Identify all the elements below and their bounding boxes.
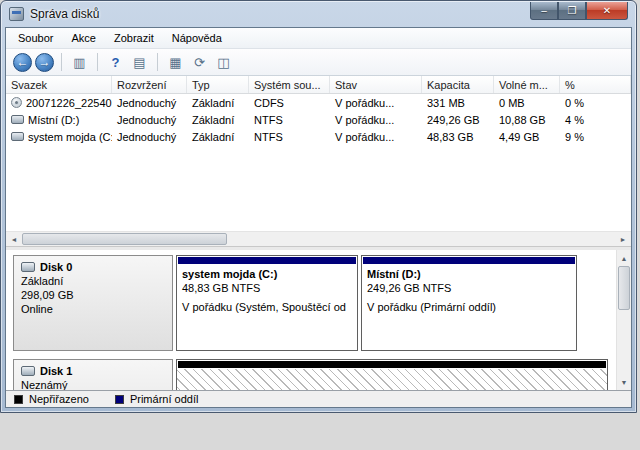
- disk-size: 298,09 GB: [21, 288, 165, 302]
- volume-name: 20071226_225407 (...: [26, 97, 112, 109]
- toolbar-separator: [157, 53, 158, 71]
- volume-free: 0 MB: [494, 97, 560, 109]
- volume-status: V pořádku...: [330, 97, 422, 109]
- volume-list: Svazek Rozvržení Typ Systém sou... Stav …: [6, 76, 631, 246]
- unallocated-strip: [178, 361, 606, 368]
- volume-status: V pořádku...: [330, 131, 422, 143]
- volume-list-header: Svazek Rozvržení Typ Systém sou... Stav …: [6, 76, 631, 94]
- menu-akce[interactable]: Akce: [62, 29, 104, 47]
- column-header-procento[interactable]: %: [560, 76, 631, 93]
- unallocated-region[interactable]: [176, 359, 608, 390]
- scroll-track[interactable]: [227, 232, 615, 246]
- disk-icon: [21, 262, 35, 272]
- scroll-down-icon[interactable]: ▼: [617, 374, 631, 390]
- cd-drive-icon: [21, 366, 35, 376]
- column-header-svazek[interactable]: Svazek: [6, 76, 112, 93]
- table-row[interactable]: 20071226_225407 (... Jednoduchý Základní…: [6, 94, 631, 111]
- disk-0-info[interactable]: Disk 0 Základní 298,09 GB Online: [13, 255, 173, 351]
- column-header-volne-misto[interactable]: Volné m...: [494, 76, 560, 93]
- horizontal-scrollbar[interactable]: ◄ ►: [6, 231, 631, 246]
- scroll-left-icon[interactable]: ◄: [6, 232, 22, 246]
- unallocated-legend-label: Nepřiřazeno: [29, 393, 89, 405]
- volume-name: Místní (D:): [28, 114, 79, 126]
- vertical-scrollbar[interactable]: ▲ ▼: [616, 250, 631, 390]
- cd-volume-icon: [11, 97, 22, 108]
- volume-free: 4,49 GB: [494, 131, 560, 143]
- horizontal-scroll-thumb[interactable]: [22, 233, 227, 245]
- disk-name: Disk 0: [40, 260, 72, 274]
- primary-partition-strip: [178, 257, 356, 264]
- disk-0-partitions: system mojda (C:) 48,83 GB NTFS V pořádk…: [176, 255, 577, 351]
- primary-partition-strip: [363, 257, 575, 264]
- volume-free: 10,88 GB: [494, 114, 560, 126]
- close-button[interactable]: ✕: [586, 2, 628, 20]
- partition-size: 249,26 GB NTFS: [367, 281, 571, 295]
- show-action-pane-icon[interactable]: ▤: [129, 52, 150, 72]
- disk-graphic-view: Disk 0 Základní 298,09 GB Online system …: [6, 250, 631, 390]
- window-title: Správa disků: [30, 7, 99, 21]
- volume-layout: Jednoduchý: [112, 97, 187, 109]
- primary-partition-legend-swatch: [115, 395, 124, 404]
- table-row[interactable]: Místní (D:) Jednoduchý Základní NTFS V p…: [6, 111, 631, 128]
- back-icon[interactable]: ←: [13, 53, 32, 72]
- scroll-up-icon[interactable]: ▲: [617, 250, 631, 266]
- disk-management-window: Správa disků – ❐ ✕ Soubor Akce Zobrazit …: [0, 0, 637, 413]
- partition-d[interactable]: Místní (D:) 249,26 GB NTFS V pořádku (Pr…: [361, 255, 577, 351]
- partition-size: 48,83 GB NTFS: [182, 281, 352, 295]
- volume-status: V pořádku...: [330, 114, 422, 126]
- vertical-scroll-thumb[interactable]: [618, 266, 630, 310]
- column-header-rozvrzeni[interactable]: Rozvržení: [112, 76, 187, 93]
- volume-capacity: 331 MB: [422, 97, 494, 109]
- partition-title: system mojda (C:): [182, 267, 352, 281]
- table-row[interactable]: system mojda (C:) Jednoduchý Základní NT…: [6, 128, 631, 145]
- maximize-button[interactable]: ❐: [558, 2, 586, 20]
- disk-1-row: Disk 1 Neznámý: [13, 359, 608, 390]
- column-header-stav[interactable]: Stav: [330, 76, 422, 93]
- volume-filesystem: NTFS: [249, 131, 330, 143]
- properties-icon[interactable]: ▦: [165, 52, 186, 72]
- menu-napoveda[interactable]: Nápověda: [163, 29, 231, 47]
- drive-volume-icon: [11, 132, 24, 141]
- app-icon: [9, 7, 24, 21]
- show-console-tree-icon[interactable]: ▥: [69, 52, 90, 72]
- menubar: Soubor Akce Zobrazit Nápověda: [6, 28, 631, 49]
- drive-volume-icon: [11, 115, 24, 124]
- disk-status: Online: [21, 302, 165, 316]
- help-icon[interactable]: ?: [105, 52, 126, 72]
- volume-capacity: 249,26 GB: [422, 114, 494, 126]
- refresh-icon[interactable]: ⟳: [189, 52, 210, 72]
- volume-free-pct: 4 %: [560, 114, 631, 126]
- volume-name: system mojda (C:): [28, 131, 112, 143]
- legend-bar: Nepřiřazeno Primární oddíl: [6, 390, 631, 407]
- volume-capacity: 48,83 GB: [422, 131, 494, 143]
- volume-filesystem: CDFS: [249, 97, 330, 109]
- volume-type: Základní: [187, 97, 249, 109]
- primary-partition-legend-label: Primární oddíl: [130, 393, 198, 405]
- client-area: Soubor Akce Zobrazit Nápověda ← → ▥ ? ▤ …: [5, 27, 632, 408]
- window-controls: – ❐ ✕: [530, 2, 628, 20]
- menu-soubor[interactable]: Soubor: [9, 29, 62, 47]
- partition-status: V pořádku (Systém, Spouštěcí od: [182, 300, 352, 314]
- scroll-right-icon[interactable]: ►: [615, 232, 631, 246]
- column-header-kapacita[interactable]: Kapacita: [422, 76, 494, 93]
- volume-layout: Jednoduchý: [112, 114, 187, 126]
- partition-status: V pořádku (Primární oddíl): [367, 300, 571, 314]
- disk-0-row: Disk 0 Základní 298,09 GB Online system …: [13, 255, 577, 351]
- toolbar-separator: [97, 53, 98, 71]
- desktop: { "window": { "title": "Správa disků", "…: [0, 0, 640, 450]
- unallocated-legend-swatch: [14, 395, 23, 404]
- volume-type: Základní: [187, 114, 249, 126]
- forward-icon[interactable]: →: [35, 53, 54, 72]
- rescan-disks-icon[interactable]: ◫: [213, 52, 234, 72]
- partition-c[interactable]: system mojda (C:) 48,83 GB NTFS V pořádk…: [176, 255, 358, 351]
- scroll-track[interactable]: [617, 310, 631, 374]
- menu-zobrazit[interactable]: Zobrazit: [105, 29, 163, 47]
- minimize-button[interactable]: –: [530, 2, 558, 20]
- partition-title: Místní (D:): [367, 267, 571, 281]
- volume-free-pct: 0 %: [560, 97, 631, 109]
- column-header-system-souboru[interactable]: Systém sou...: [249, 76, 330, 93]
- disk-name: Disk 1: [40, 364, 72, 378]
- volume-layout: Jednoduchý: [112, 131, 187, 143]
- disk-1-info[interactable]: Disk 1 Neznámý: [13, 359, 173, 390]
- column-header-typ[interactable]: Typ: [187, 76, 249, 93]
